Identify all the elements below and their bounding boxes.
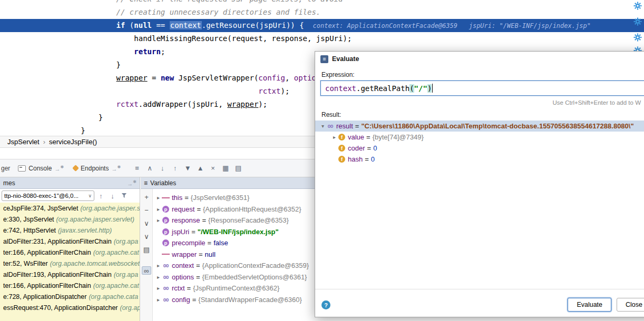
variable-row[interactable]: ▸prequest={ApplicationHttpRequest@6352} — [153, 204, 316, 215]
toolbar-icon[interactable]: ∧ — [143, 164, 156, 172]
variable-name: this — [172, 194, 182, 202]
variable-value: {ApplicationContextFacade@6359} — [202, 262, 309, 269]
watch-toolbar-icon[interactable]: ▤ — [142, 246, 151, 254]
result-children: ▸fvalue={byte[74]@7349}fcoder=0fhash=0 — [315, 132, 644, 165]
variable-value: false — [213, 239, 228, 247]
twisty-icon[interactable]: ▸ — [155, 297, 162, 303]
frame-row[interactable]: e:330, JspServlet(org.apache.jasper.serv… — [0, 214, 140, 225]
frame-row[interactable]: e:742, HttpServlet(javax.servlet.http) — [0, 225, 140, 236]
frame-row[interactable]: ceJspFile:374, JspServlet(org.apache.jas… — [0, 203, 140, 214]
variable-row[interactable]: pjspUri="/WEB-INF/jsp/index.jsp" — [153, 226, 316, 238]
result-name: result — [336, 122, 353, 130]
result-value: "C:\Users\11860\AppData\Local\Temp\tomca… — [361, 122, 633, 130]
twisty-icon[interactable]: ▸ — [155, 274, 162, 280]
field-value: 0 — [373, 144, 377, 152]
result-child-row[interactable]: fhash=0 — [315, 154, 644, 165]
frames-list: ceJspFile:374, JspServlet(org.apache.jas… — [0, 203, 140, 321]
tab-endpoints[interactable]: Endpoints→✱ — [69, 159, 125, 177]
frame-row[interactable]: essRequest:470, ApplicationDispatcher(or… — [0, 302, 140, 313]
result-child-row[interactable]: ▸fvalue={byte[74]@7349} — [315, 132, 644, 143]
tab-debugger-cut[interactable]: ger — [0, 165, 13, 172]
twisty-icon[interactable]: ▸ — [155, 285, 162, 291]
toolbar-icon[interactable]: ▤ — [232, 164, 245, 172]
evaluate-dialog-icon: = — [320, 55, 328, 63]
close-button[interactable]: Close — [617, 298, 644, 312]
variable-value: {JspServlet@6351} — [191, 194, 250, 202]
variable-row[interactable]: ▸ooconfig={StandardWrapperFacade@6360} — [153, 294, 316, 306]
variable-value: null — [205, 250, 216, 258]
filter-funnel-icon[interactable] — [119, 192, 129, 200]
toolbar-icon[interactable]: ↓ — [156, 164, 169, 172]
frame-row[interactable]: e:728, ApplicationDispatcher(org.apache.… — [0, 291, 140, 302]
watch-toolbar-icon[interactable]: ∨ — [142, 219, 151, 228]
variables-header-label: Variables — [150, 179, 176, 187]
dialog-buttons: EvaluateClose — [568, 298, 644, 312]
toolbar-icon[interactable]: × — [207, 164, 219, 172]
frame-row[interactable]: alDoFilter:231, ApplicationFilterChain(o… — [0, 236, 140, 247]
variable-row[interactable]: ▸presponse={ResponseFacade@6353} — [153, 215, 316, 226]
debug-toolbar-icons: ≡∧↓↑▼▲×▦▤ — [131, 164, 245, 172]
arrow-x-icon[interactable]: →✱ — [127, 179, 136, 187]
frame-row[interactable]: alDoFilter:193, ApplicationFilterChain(o… — [0, 269, 140, 280]
frame-row[interactable]: ter:166, ApplicationFilterChain(org.apac… — [0, 247, 140, 258]
param-icon: p — [162, 228, 170, 236]
breadcrumb-class[interactable]: JspServlet — [7, 138, 40, 146]
watch-toolbar-icon[interactable]: ∨ — [142, 233, 151, 241]
variable-row[interactable]: ▸oocontext={ApplicationContextFacade@635… — [153, 260, 316, 272]
twisty-icon[interactable]: ▸ — [155, 217, 162, 223]
toolbar-icon[interactable]: ▼ — [181, 164, 194, 172]
dialog-separator — [315, 289, 644, 289]
toolbar-icon[interactable]: ▲ — [194, 164, 207, 172]
frame-up-icon[interactable]: ↑ — [96, 192, 106, 200]
result-child-row[interactable]: fcoder=0 — [315, 143, 644, 154]
result-row[interactable]: ▾ooresult="C:\Users\11860\AppData\Local\… — [315, 121, 644, 132]
toolbar-icon[interactable]: ▦ — [219, 164, 232, 172]
toolbar-icon[interactable]: ≡ — [131, 164, 143, 172]
thread-name: ttp-nio-8080-exec-1"@6,0... — [4, 193, 79, 199]
arrow-x-icon[interactable]: →✱ — [111, 165, 121, 172]
breadcrumb-method[interactable]: serviceJspFile() — [49, 138, 97, 146]
param-icon: p — [162, 205, 170, 213]
gear-icon[interactable] — [633, 17, 642, 26]
watch-toolbar-icon[interactable]: + — [142, 193, 151, 202]
tab-label: Console — [28, 165, 52, 172]
thread-selector[interactable]: ttp-nio-8080-exec-1"@6,0... ∨ — [2, 190, 94, 201]
result-label: Result: — [321, 111, 341, 118]
evaluate-dialog-titlebar[interactable]: = Evaluate — [315, 52, 644, 66]
frame-row[interactable]: ter:52, WsFilter(org.apache.tomcat.webso… — [0, 258, 140, 269]
frames-header-label[interactable]: mes — [3, 179, 15, 187]
twisty-icon[interactable]: ▾ — [319, 123, 326, 129]
variable-value: {StandardWrapperFacade@6360} — [198, 296, 302, 304]
expression-input[interactable]: context.getRealPath("/") — [320, 81, 644, 96]
gear-icon[interactable] — [633, 2, 642, 10]
twisty-icon[interactable]: ▸ — [155, 195, 162, 200]
help-icon[interactable]: ? — [321, 300, 330, 309]
variable-row[interactable]: wrapper=null — [153, 249, 316, 260]
field-name: value — [348, 133, 364, 141]
var-icon: oo — [162, 273, 170, 281]
frame-row[interactable] — [0, 313, 140, 321]
variable-row[interactable]: ▸oooptions={EmbeddedServletOptions@6361} — [153, 272, 316, 283]
evaluate-button[interactable]: Evaluate — [568, 298, 611, 312]
arrow-x-icon[interactable]: →✱ — [54, 165, 64, 172]
twisty-icon[interactable]: ▸ — [155, 206, 162, 212]
var-icon: oo — [162, 296, 170, 304]
variable-row[interactable]: pprecompile=false — [153, 237, 316, 249]
gear-icon[interactable] — [633, 33, 642, 42]
twisty-icon[interactable]: ▸ — [331, 134, 338, 140]
tab-console[interactable]: Console→✱ — [13, 159, 69, 177]
variables-header: ≡ Variables — [141, 177, 316, 189]
variable-row[interactable]: ▸oorctxt={JspRuntimeContext@6362} — [153, 283, 316, 294]
toolbar-icon[interactable]: ↑ — [169, 164, 181, 172]
frame-down-icon[interactable]: ↓ — [108, 192, 118, 200]
variables-toolbar: +−∨∨▤∞ — [141, 189, 153, 321]
code-line: // creating unnecessary directories and … — [0, 6, 644, 19]
twisty-icon[interactable]: ▸ — [155, 263, 162, 268]
watch-toolbar-icon[interactable]: − — [142, 206, 151, 215]
variable-row[interactable]: ▸this={JspServlet@6351} — [153, 192, 316, 204]
field-icon: f — [338, 144, 346, 152]
menu-icon[interactable]: ≡ — [144, 179, 148, 187]
var-icon: oo — [162, 262, 170, 269]
show-watches-icon[interactable]: ∞ — [142, 266, 151, 275]
frame-row[interactable]: ter:166, ApplicationFilterChain(org.apac… — [0, 280, 140, 291]
